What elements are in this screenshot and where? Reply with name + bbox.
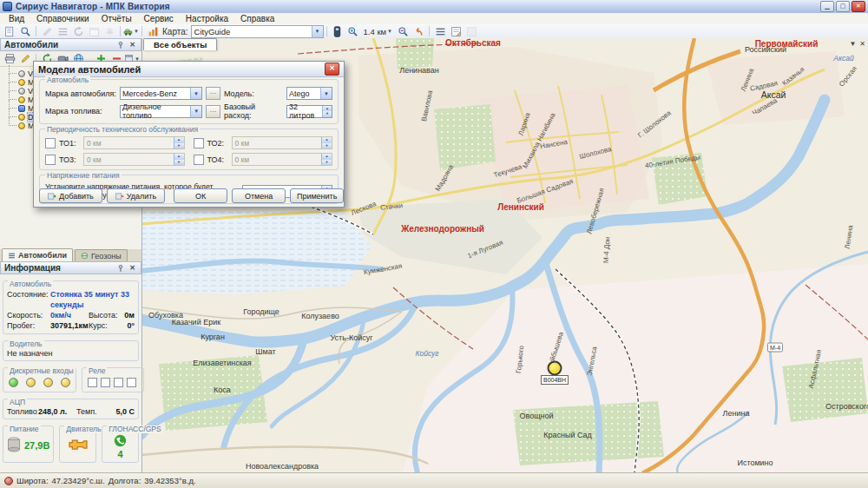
maximize-button[interactable]: ▢	[836, 1, 850, 12]
model-value: Atego	[289, 89, 310, 98]
map-pane-close-icon[interactable]: ✕	[859, 40, 865, 48]
to-label: ТО4:	[207, 155, 228, 164]
consumption-input[interactable]: 32 литров ▲▼	[286, 105, 332, 118]
group-caption: Реле	[87, 367, 107, 375]
map-label: Новоалександровка	[246, 462, 319, 471]
brand-combo[interactable]: Mercedes-Benz ▼	[120, 87, 202, 100]
reports-icon	[55, 25, 70, 38]
map-label: Усть-Койсуг	[331, 333, 373, 342]
find-on-map-icon[interactable]	[17, 25, 33, 38]
legend-icon[interactable]	[432, 25, 448, 38]
scale-select[interactable]: 1.4 км ▼	[361, 27, 396, 36]
relay-checkbox[interactable]	[114, 378, 123, 387]
map-pane-menu-icon[interactable]: ▼	[849, 40, 856, 48]
relay-group: Реле	[82, 367, 144, 392]
menu-bar: Вид Справочники Отчёты Сервис Настройка …	[0, 13, 868, 25]
close-icon[interactable]: ✕	[128, 40, 137, 49]
add-button[interactable]: Добавить	[39, 188, 102, 203]
engine-icon	[65, 436, 91, 455]
map-label: Курган	[201, 333, 225, 341]
tab-all-objects[interactable]: Все объекты	[143, 38, 217, 50]
chevron-down-icon[interactable]: ▼	[190, 106, 201, 117]
driver-value: Не назначен	[7, 349, 135, 358]
minimize-button[interactable]: ▁	[820, 1, 834, 12]
chevron-down-icon[interactable]: ▼	[190, 88, 201, 99]
connection-status-icon	[4, 477, 13, 485]
vehicle-marker[interactable]	[548, 361, 562, 376]
dialog-close-icon[interactable]: ✕	[325, 63, 339, 76]
map-combo-value: CityGuide	[194, 27, 231, 36]
spinner-arrows-icon: ▲▼	[174, 154, 184, 165]
objects-panel-icon[interactable]	[2, 25, 17, 38]
to-interval-input[interactable]: 0 км▲▼	[83, 153, 185, 166]
group-caption: ГЛОНАСС/GPS	[107, 425, 163, 433]
status-bar: Широта: 47.23429°с.ш. Долгота: 39.42353°…	[0, 472, 868, 488]
latitude-label: Широта:	[16, 476, 49, 485]
relay-checkbox[interactable]	[101, 378, 110, 387]
window-title: Сириус Навигатор - МПК Виктория	[16, 2, 170, 11]
map-combo[interactable]: CityGuide ▼	[191, 25, 324, 38]
apply-button[interactable]: Применить	[290, 188, 344, 203]
vehicle-icon	[18, 122, 25, 129]
charts-icon[interactable]	[145, 25, 161, 38]
pin-icon[interactable]	[115, 263, 125, 273]
map-label: Казачий Ерик	[172, 318, 220, 326]
menu-help[interactable]: Справка	[234, 14, 280, 23]
geozones-tab-icon	[81, 252, 89, 260]
chevron-down-icon[interactable]: ▼	[320, 88, 332, 99]
discrete-inputs-group: Дискретные входы	[3, 367, 76, 392]
cancel-button[interactable]: Отмена	[232, 188, 286, 203]
relay-checkbox[interactable]	[127, 378, 136, 387]
zoom-out-icon[interactable]	[395, 25, 411, 38]
to2-checkbox[interactable]	[194, 138, 204, 148]
to-interval-input[interactable]: 0 км▲▼	[232, 153, 333, 166]
satellites-count: 4	[118, 449, 123, 459]
menu-reports[interactable]: Отчёты	[95, 14, 138, 23]
track-bar-icon[interactable]	[330, 25, 345, 38]
to-interval-input[interactable]: 0 км▲▼	[232, 136, 333, 149]
fuel-combo[interactable]: Дизельное топливо ▼	[120, 105, 202, 118]
zoom-in-icon[interactable]	[345, 25, 361, 38]
discrete-leds	[7, 376, 72, 389]
extra-icon	[464, 25, 479, 38]
tab-geozones[interactable]: Геозоны	[75, 249, 128, 261]
road-shield: М-4	[767, 343, 783, 353]
vehicle-icon	[18, 70, 25, 77]
spinner-arrows-icon[interactable]: ▲▼	[322, 106, 332, 117]
print-icon[interactable]	[2, 52, 17, 65]
relay-checkbox[interactable]	[88, 378, 97, 387]
pin-icon[interactable]	[115, 40, 125, 49]
previous-view-icon[interactable]	[411, 25, 426, 38]
vehicle-icon	[18, 114, 25, 121]
group-caption: АЦП	[8, 399, 27, 406]
menu-service[interactable]: Сервис	[138, 14, 180, 23]
ok-button[interactable]: ОК	[174, 188, 227, 203]
spinner-arrows-icon: ▲▼	[174, 137, 184, 148]
edit-vehicle-icon[interactable]	[17, 52, 33, 65]
to4-checkbox[interactable]	[194, 155, 204, 165]
close-button[interactable]: ✕	[852, 1, 865, 12]
to-interval-input[interactable]: 0 км▲▼	[83, 136, 185, 149]
map-label: Овощной	[519, 412, 553, 420]
map-editor-icon[interactable]	[448, 25, 464, 38]
chevron-down-icon: ▼	[387, 29, 392, 34]
map-label: Городище	[243, 307, 279, 316]
altitude-label: Высота:	[89, 310, 120, 320]
to1-checkbox[interactable]	[45, 138, 56, 148]
vehicle-icon	[18, 96, 25, 103]
brand-more-button[interactable]: …	[206, 87, 220, 100]
menu-settings[interactable]: Настройка	[180, 14, 234, 23]
tab-vehicles[interactable]: Автомобили	[2, 248, 73, 261]
menu-view[interactable]: Вид	[3, 14, 30, 23]
vehicles-menu-icon[interactable]: ▼	[123, 25, 139, 38]
model-combo[interactable]: Atego ▼	[286, 87, 332, 100]
fuel-more-button[interactable]: …	[206, 105, 220, 118]
to3-checkbox[interactable]	[45, 155, 56, 165]
close-icon[interactable]: ✕	[128, 263, 137, 273]
chevron-down-icon[interactable]: ▼	[312, 26, 323, 37]
info-panel-header: Информация ✕	[0, 261, 141, 274]
delete-button[interactable]: Удалить	[107, 188, 165, 203]
menu-directories[interactable]: Справочники	[30, 14, 95, 23]
driver-group: Водитель Не назначен	[3, 340, 139, 361]
speed-label: Скорость:	[7, 310, 50, 320]
